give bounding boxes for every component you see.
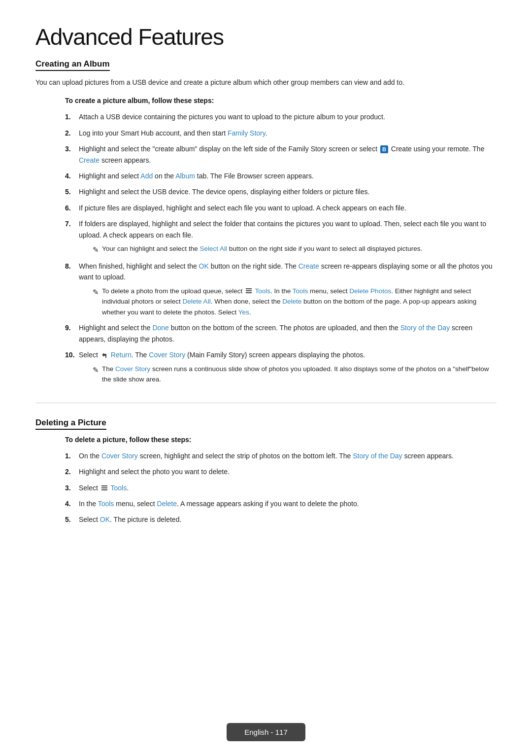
step-3-text: Highlight and select the "create album" …: [79, 145, 484, 164]
tools-icon-2: [100, 484, 108, 492]
step-8-text: When finished, highlight and select the …: [79, 262, 493, 281]
delete-step-4-text: In the Tools menu, select Delete. A mess…: [79, 500, 359, 508]
svg-rect-5: [101, 489, 107, 490]
album-link[interactable]: Album: [175, 172, 195, 180]
delete-step-5-text: Select OK. The picture is deleted.: [79, 515, 181, 523]
note-icon-7: ✎: [93, 244, 99, 256]
intro-text: You can upload pictures from a USB devic…: [35, 77, 497, 88]
delete-photos-link[interactable]: Delete Photos: [349, 287, 391, 295]
section-divider: [35, 403, 497, 403]
step-5: Highlight and select the USB device. The…: [65, 186, 497, 197]
delete-link-2[interactable]: Delete: [157, 500, 177, 508]
footer: English - 117: [0, 723, 532, 741]
return-link[interactable]: Return: [111, 351, 132, 359]
svg-rect-3: [101, 485, 107, 486]
step-10-text: Select Return. The Cover Story (Main Fam…: [79, 351, 365, 359]
sub-heading-album: To create a picture album, follow these …: [65, 97, 497, 104]
cover-story-link-3[interactable]: Cover Story: [101, 452, 138, 460]
svg-rect-2: [246, 292, 252, 293]
yes-link[interactable]: Yes: [238, 309, 249, 316]
delete-step-2: Highlight and select the photo you want …: [65, 466, 497, 477]
b-icon: B: [380, 145, 388, 153]
delete-step-1: On the Cover Story screen, highlight and…: [65, 450, 497, 461]
note-text-7: Your can highlight and select the Select…: [102, 243, 497, 256]
step-6: If picture files are displayed, highligh…: [65, 203, 497, 213]
tools-link-4[interactable]: Tools: [98, 500, 114, 508]
delete-steps: On the Cover Story screen, highlight and…: [65, 450, 497, 525]
step-6-text: If picture files are displayed, highligh…: [79, 204, 406, 212]
step-8: When finished, highlight and select the …: [65, 261, 497, 318]
step-1-text: Attach a USB device containing the pictu…: [79, 113, 385, 121]
note-icon-8: ✎: [93, 286, 99, 318]
return-icon-1: [100, 352, 108, 360]
select-all-link[interactable]: Select All: [200, 245, 227, 252]
section-heading-delete: Deleting a Picture: [35, 418, 106, 430]
section-heading-album: Creating an Album: [35, 59, 110, 71]
step-7-note: ✎ Your can highlight and select the Sele…: [93, 243, 497, 256]
step-9-text: Highlight and select the Done button on …: [79, 324, 472, 343]
cover-story-link-2[interactable]: Cover Story: [115, 365, 150, 373]
step-7-text: If folders are displayed, highlight and …: [79, 220, 486, 239]
page-content: Advanced Features Creating an Album You …: [0, 0, 532, 583]
svg-rect-1: [246, 290, 252, 291]
delete-step-1-text: On the Cover Story screen, highlight and…: [79, 452, 454, 460]
step-4-text: Highlight and select Add on the Album ta…: [79, 172, 314, 180]
album-steps: Attach a USB device containing the pictu…: [65, 111, 497, 384]
step-8-note: ✎ To delete a photo from the upload queu…: [93, 286, 497, 318]
done-link[interactable]: Done: [152, 324, 168, 332]
step-2: Log into your Smart Hub account, and the…: [65, 128, 497, 138]
delete-step-5: Select OK. The picture is deleted.: [65, 514, 497, 525]
page-title: Advanced Features: [35, 24, 497, 50]
add-link[interactable]: Add: [140, 172, 153, 180]
svg-rect-4: [101, 487, 107, 488]
section-deleting-picture: Deleting a Picture To delete a picture, …: [35, 418, 497, 525]
story-of-the-day-link-1[interactable]: Story of the Day: [400, 324, 450, 332]
step-7: If folders are displayed, highlight and …: [65, 218, 497, 256]
tools-link-3[interactable]: Tools: [110, 484, 127, 492]
delete-all-link-1[interactable]: Delete All: [183, 298, 211, 305]
tools-link-2[interactable]: Tools: [293, 287, 308, 295]
story-of-the-day-link-2[interactable]: Story of the Day: [353, 452, 402, 460]
ok-link-1[interactable]: OK: [199, 262, 209, 270]
create-link-1[interactable]: Create: [79, 156, 100, 164]
footer-badge: English - 117: [227, 723, 305, 741]
step-10-note: ✎ The Cover Story screen runs a continuo…: [93, 364, 497, 385]
svg-rect-0: [246, 288, 252, 289]
step-2-text: Log into your Smart Hub account, and the…: [79, 129, 267, 137]
step-9: Highlight and select the Done button on …: [65, 322, 497, 344]
step-4: Highlight and select Add on the Album ta…: [65, 171, 497, 181]
tools-link-1[interactable]: Tools: [255, 287, 270, 295]
delete-step-3: Select Tools.: [65, 482, 497, 493]
delete-step-2-text: Highlight and select the photo you want …: [79, 468, 230, 476]
step-1: Attach a USB device containing the pictu…: [65, 111, 497, 122]
ok-link-2[interactable]: OK: [100, 515, 110, 523]
sub-heading-delete: To delete a picture, follow these steps:: [65, 436, 497, 444]
delete-step-4: In the Tools menu, select Delete. A mess…: [65, 498, 497, 509]
note-icon-10: ✎: [93, 364, 99, 385]
step-5-text: Highlight and select the USB device. The…: [79, 188, 369, 196]
delete-link-1[interactable]: Delete: [282, 298, 301, 305]
section-creating-album: Creating an Album You can upload picture…: [35, 59, 497, 385]
tools-icon-1: [245, 287, 253, 295]
note-text-10: The Cover Story screen runs a continuous…: [102, 364, 497, 385]
family-story-link-1[interactable]: Family Story: [228, 129, 266, 137]
step-3: Highlight and select the "create album" …: [65, 143, 497, 166]
note-text-8: To delete a photo from the upload queue,…: [102, 286, 497, 318]
delete-step-3-text: Select Tools.: [79, 484, 129, 492]
step-10: Select Return. The Cover Story (Main Fam…: [65, 349, 497, 385]
cover-story-link-1[interactable]: Cover Story: [149, 351, 185, 359]
create-link-2[interactable]: Create: [299, 262, 319, 270]
